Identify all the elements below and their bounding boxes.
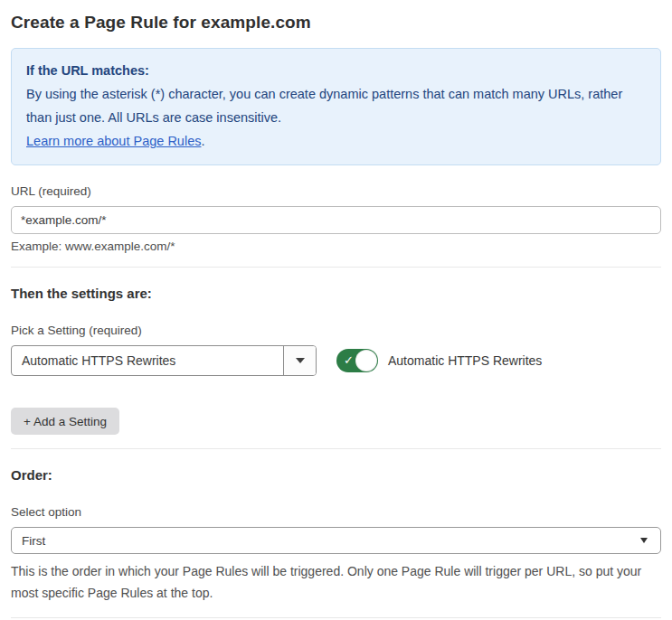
toggle-wrap: ✓ Automatic HTTPS Rewrites — [336, 349, 542, 372]
order-select-value: First — [22, 534, 45, 548]
url-matches-info-box: If the URL matches: By using the asteris… — [11, 48, 661, 165]
setting-row: Automatic HTTPS Rewrites ✓ Automatic HTT… — [11, 345, 661, 376]
https-rewrites-toggle[interactable]: ✓ — [336, 349, 378, 372]
divider — [11, 617, 661, 618]
divider — [11, 267, 661, 268]
page-title: Create a Page Rule for example.com — [11, 13, 661, 33]
add-setting-button[interactable]: + Add a Setting — [11, 408, 119, 435]
order-section-heading: Order: — [11, 467, 661, 483]
settings-section-heading: Then the settings are: — [11, 286, 661, 301]
check-icon: ✓ — [344, 354, 354, 366]
divider — [11, 448, 661, 449]
caret-down-icon — [296, 358, 305, 363]
caret-down-icon — [640, 538, 648, 543]
pick-setting-label: Pick a Setting (required) — [11, 324, 661, 337]
create-page-rule-form: Create a Page Rule for example.com If th… — [0, 0, 672, 620]
order-select-label: Select option — [11, 505, 661, 519]
link-suffix: . — [201, 134, 204, 148]
order-select[interactable]: First — [11, 527, 661, 554]
learn-more-link[interactable]: Learn more about Page Rules — [26, 134, 201, 148]
info-box-body: By using the asterisk (*) character, you… — [26, 87, 622, 125]
setting-select[interactable]: Automatic HTTPS Rewrites — [11, 345, 317, 376]
order-helper-text: This is the order in which your Page Rul… — [11, 560, 661, 604]
setting-select-dropdown-button[interactable] — [283, 346, 316, 375]
info-box-heading: If the URL matches: — [26, 59, 646, 82]
url-helper-text: Example: www.example.com/* — [11, 240, 661, 253]
url-input[interactable] — [11, 206, 661, 234]
setting-select-value: Automatic HTTPS Rewrites — [12, 346, 283, 375]
url-field-label: URL (required) — [11, 184, 661, 198]
toggle-knob — [355, 350, 377, 371]
toggle-label: Automatic HTTPS Rewrites — [388, 353, 542, 368]
